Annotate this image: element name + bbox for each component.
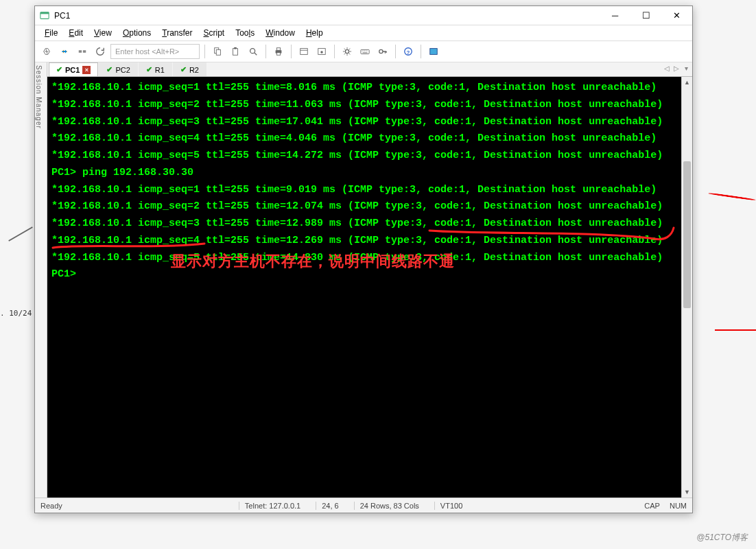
host-input[interactable]: Enter host <Alt+R> — [110, 44, 200, 59]
toolbar: Enter host <Alt+R> ? — [35, 41, 692, 62]
reconnect-icon[interactable] — [57, 44, 72, 59]
svg-point-17 — [379, 49, 383, 53]
menu-transfer[interactable]: Transfer — [156, 27, 198, 39]
tab-prev-icon[interactable]: ◁ — [662, 65, 672, 74]
svg-rect-20 — [430, 49, 438, 55]
separator — [265, 45, 266, 58]
terminal-line: *192.168.10.1 icmp_seq=3 ttl=255 time=12… — [51, 215, 677, 233]
menu-file[interactable]: File — [39, 27, 63, 39]
tab-label: R1 — [155, 66, 165, 74]
watermark-text: @51CTO博客 — [696, 532, 748, 544]
background-line — [8, 226, 33, 242]
terminal-line: PC1> — [51, 266, 677, 283]
background-red-line-2 — [715, 329, 756, 331]
session-tabs: ✔ PC1 × ✔ PC2 ✔ R1 ✔ R2 ◁ ▷ — [47, 62, 692, 77]
connected-icon: ✔ — [146, 65, 152, 74]
separator — [421, 45, 421, 58]
menu-help[interactable]: Help — [300, 27, 329, 39]
menu-script[interactable]: Script — [198, 27, 231, 39]
sftp-icon[interactable] — [426, 44, 441, 59]
svg-rect-5 — [216, 49, 220, 55]
tab-pc1[interactable]: ✔ PC1 × — [49, 62, 98, 76]
svg-rect-3 — [83, 50, 86, 53]
app-icon — [39, 10, 50, 21]
menubar: File Edit View Options Transfer Script T… — [35, 25, 692, 41]
background-ip-label: . 10/24 — [0, 309, 32, 318]
terminal-line: *192.168.10.1 icmp_seq=3 ttl=255 time=17… — [51, 114, 677, 131]
status-emulation: VT100 — [434, 502, 468, 510]
terminal-line: *192.168.10.1 icmp_seq=4 ttl=255 time=4.… — [51, 130, 677, 148]
body: Session Manager ✔ PC1 × ✔ PC2 ✔ R1 ✔ — [35, 62, 692, 498]
print-icon[interactable] — [271, 44, 286, 59]
status-dimensions: 24 Rows, 83 Cols — [354, 502, 425, 510]
separator — [334, 45, 335, 58]
help-icon[interactable]: ? — [401, 44, 416, 59]
app-window: PC1 ─ ☐ ✕ File Edit View Options Transfe… — [34, 5, 693, 513]
background-red-line — [708, 192, 756, 201]
terminal-line: *192.168.10.1 icmp_seq=4 ttl=255 time=12… — [51, 233, 677, 250]
menu-window[interactable]: Window — [260, 27, 300, 39]
terminal-line: *192.168.10.1 icmp_seq=5 ttl=255 time=14… — [51, 250, 677, 267]
settings-icon[interactable] — [340, 44, 355, 59]
scroll-thumb[interactable] — [683, 161, 691, 309]
separator — [395, 45, 396, 58]
svg-text:?: ? — [407, 49, 410, 56]
terminal-line: *192.168.10.1 icmp_seq=2 ttl=255 time=11… — [51, 97, 677, 114]
tab-r1[interactable]: ✔ R1 — [139, 62, 172, 76]
titlebar: PC1 ─ ☐ ✕ — [35, 6, 692, 25]
connected-icon: ✔ — [106, 65, 113, 74]
status-ready: Ready — [40, 502, 62, 510]
menu-options[interactable]: Options — [117, 27, 156, 39]
copy-icon[interactable] — [210, 44, 225, 59]
terminal[interactable]: *192.168.10.1 icmp_seq=1 ttl=255 time=8.… — [47, 77, 681, 498]
svg-rect-2 — [79, 50, 82, 53]
svg-point-15 — [345, 49, 349, 53]
tab-r2[interactable]: ✔ R2 — [173, 62, 206, 76]
publickey-icon[interactable] — [375, 44, 390, 59]
vertical-scrollbar[interactable]: ▲ ▼ — [681, 77, 692, 498]
svg-rect-16 — [361, 49, 369, 54]
session-manager-tab[interactable]: Session Manager — [35, 62, 47, 498]
tab-menu-icon[interactable]: ▾ — [681, 65, 691, 74]
terminal-container: *192.168.10.1 icmp_seq=1 ttl=255 time=8.… — [47, 77, 692, 498]
connected-icon: ✔ — [56, 65, 62, 74]
minimize-button[interactable]: ─ — [600, 6, 630, 25]
svg-rect-10 — [276, 48, 280, 51]
terminal-line: *192.168.10.1 icmp_seq=5 ttl=255 time=14… — [51, 148, 677, 165]
paste-icon[interactable] — [228, 44, 243, 59]
status-capslock: CAP — [644, 502, 660, 510]
separator — [204, 45, 205, 58]
menu-tools[interactable]: Tools — [230, 27, 260, 39]
status-numlock: NUM — [670, 502, 687, 510]
sessoptions-icon[interactable] — [314, 44, 329, 59]
terminal-line: PC1> ping 192.168.30.30 — [51, 165, 677, 182]
status-connection: Telnet: 127.0.0.1 — [239, 502, 306, 510]
window-title: PC1 — [54, 11, 600, 21]
svg-rect-1 — [40, 12, 49, 14]
reconnect-all-icon[interactable] — [93, 44, 108, 59]
window-controls: ─ ☐ ✕ — [600, 6, 692, 25]
scroll-down-icon[interactable]: ▼ — [682, 487, 692, 498]
maximize-button[interactable]: ☐ — [630, 6, 661, 25]
status-cursor-pos: 24, 6 — [316, 502, 344, 510]
menu-view[interactable]: View — [88, 27, 117, 39]
tab-label: PC1 — [65, 66, 80, 74]
keyboard-icon[interactable] — [357, 44, 373, 59]
main-area: ✔ PC1 × ✔ PC2 ✔ R1 ✔ R2 ◁ ▷ — [47, 62, 692, 498]
find-icon[interactable] — [246, 44, 261, 59]
properties-icon[interactable] — [296, 44, 311, 59]
scroll-up-icon[interactable]: ▲ — [682, 77, 692, 88]
quick-connect-icon[interactable] — [39, 44, 54, 59]
terminal-line: *192.168.10.1 icmp_seq=1 ttl=255 time=8.… — [51, 80, 677, 97]
close-tab-icon[interactable]: × — [82, 66, 91, 74]
separator — [291, 45, 292, 58]
connected-icon: ✔ — [180, 65, 187, 74]
svg-rect-11 — [276, 53, 280, 56]
disconnect-icon[interactable] — [75, 44, 90, 59]
close-button[interactable]: ✕ — [661, 6, 692, 25]
tab-pc2[interactable]: ✔ PC2 — [99, 62, 137, 76]
tab-next-icon[interactable]: ▷ — [672, 65, 681, 74]
terminal-line: *192.168.10.1 icmp_seq=2 ttl=255 time=12… — [51, 198, 677, 215]
menu-edit[interactable]: Edit — [63, 27, 88, 39]
terminal-line: *192.168.10.1 icmp_seq=1 ttl=255 time=9.… — [51, 182, 677, 199]
